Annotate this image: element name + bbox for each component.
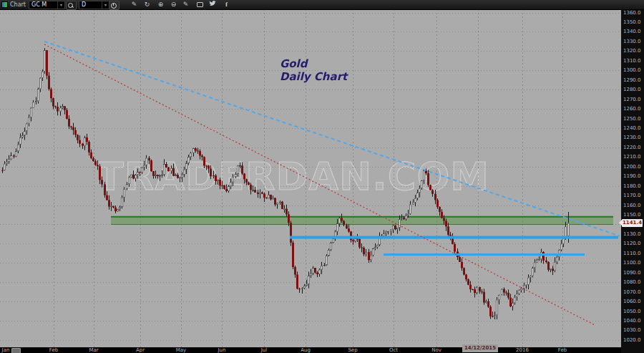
price-axis-label: 1080.0 <box>623 279 641 285</box>
time-axis-label: Mar <box>89 347 98 353</box>
price-axis-label: 1070.0 <box>623 289 641 295</box>
time-axis-label: Oct <box>389 347 398 353</box>
app-logo-icon <box>1 1 8 8</box>
symbol-combo[interactable]: GC M ▾ <box>29 1 65 9</box>
time-axis[interactable]: JanFebMarAprMayJunJulAugSepOctNov2016Feb <box>0 347 621 353</box>
time-axis-label: Jul <box>261 347 267 353</box>
symbol-search-button[interactable] <box>66 1 77 10</box>
chevron-down-icon[interactable]: ▾ <box>57 1 64 9</box>
time-axis-label: Jan <box>2 347 10 353</box>
price-axis-label: 1100.0 <box>623 260 641 266</box>
price-axis-label: 1260.0 <box>623 106 641 112</box>
zoom-out-icon[interactable]: ⊖ <box>169 0 178 9</box>
time-axis-label: Aug <box>301 347 311 353</box>
last-price-tag: 1141.4 <box>622 219 643 227</box>
twitter-share-icon[interactable] <box>208 0 218 9</box>
price-axis-label: 1110.0 <box>623 251 641 256</box>
price-axis-label: 1150.0 <box>623 212 641 218</box>
comment-icon[interactable] <box>195 0 205 9</box>
interval-combo[interactable]: D ▾ <box>79 1 109 9</box>
price-axis-label: 1350.0 <box>623 19 641 25</box>
toolbar: Chart GC M ▾ D ▾ ✎ ↻ ⊕ ⊖ ✎ f <box>0 0 644 10</box>
price-axis-label: 1300.0 <box>623 67 641 73</box>
price-axis-label: 1230.0 <box>623 135 641 140</box>
price-axis-label: 1130.0 <box>623 231 641 237</box>
price-axis-label: 1170.0 <box>623 193 641 198</box>
price-axis-label: 1190.0 <box>623 173 641 179</box>
price-axis-label: 1180.0 <box>623 183 641 189</box>
price-axis-label: 1240.0 <box>623 125 641 131</box>
time-axis-label: 2016 <box>516 347 529 353</box>
price-axis-label: 1090.0 <box>623 270 641 276</box>
price-axis[interactable]: 1141.4 1360.01350.01340.01330.01320.0131… <box>621 9 644 353</box>
time-axis-label: May <box>176 347 186 353</box>
time-axis-label: Sep <box>348 347 357 353</box>
price-axis-label: 1040.0 <box>623 318 641 324</box>
price-axis-label: 1280.0 <box>623 87 641 92</box>
clock-icon <box>111 3 117 9</box>
app-title: Chart <box>10 1 26 8</box>
price-axis-label: 1120.0 <box>623 241 641 246</box>
price-axis-label: 1330.0 <box>623 39 641 44</box>
chart-title-line1: Gold <box>280 57 347 70</box>
interval-combo-value: D <box>82 1 86 8</box>
time-interval-button[interactable] <box>109 1 119 10</box>
price-axis-label: 1020.0 <box>623 337 641 343</box>
time-axis-label: Apr <box>136 347 145 353</box>
annotate-pen-icon[interactable]: ✎ <box>181 0 190 9</box>
symbol-combo-value: GC M <box>31 1 47 8</box>
search-icon <box>68 3 73 8</box>
price-axis-label: 1050.0 <box>623 309 641 314</box>
price-axis-label: 1060.0 <box>623 299 641 304</box>
time-axis-label: Jun <box>218 347 226 353</box>
price-axis-label: 1220.0 <box>623 145 641 150</box>
chart-application-window: Chart GC M ▾ D ▾ ✎ ↻ ⊕ ⊖ ✎ f TRADERDAN.C… <box>0 0 644 353</box>
price-axis-label: 1320.0 <box>623 48 641 54</box>
price-axis-label: 1030.0 <box>623 327 641 333</box>
price-axis-label: 1310.0 <box>623 58 641 64</box>
price-axis-label: 1200.0 <box>623 164 641 170</box>
price-axis-label: 1340.0 <box>623 29 641 34</box>
chart-title: Gold Daily Chart <box>280 57 347 83</box>
time-axis-label: Nov <box>431 347 441 353</box>
price-axis-label: 1290.0 <box>623 77 641 83</box>
refresh-icon[interactable]: ↻ <box>142 0 152 9</box>
date-marker-tag: 14/12/2015 <box>462 344 498 352</box>
chevron-down-icon[interactable]: ▾ <box>102 1 109 9</box>
pencil-draw-icon[interactable]: ✎ <box>130 0 139 9</box>
facebook-share-icon[interactable]: f <box>222 0 231 9</box>
price-axis-label: 1210.0 <box>623 154 641 160</box>
zoom-in-icon[interactable]: ⊕ <box>156 0 165 9</box>
price-axis-label: 1160.0 <box>623 203 641 208</box>
price-axis-label: 1360.0 <box>623 10 641 16</box>
price-axis-label: 1270.0 <box>623 97 641 102</box>
twitter-bird-icon <box>209 0 217 6</box>
axis-logo-icon <box>11 348 21 353</box>
price-axis-label: 1250.0 <box>623 116 641 122</box>
chart-title-line2: Daily Chart <box>280 70 347 83</box>
time-axis-label: Feb <box>49 347 58 353</box>
chart-plot-area[interactable]: TRADERDAN.COM Gold Daily Chart <box>0 9 621 347</box>
time-axis-label: Feb <box>558 347 567 353</box>
